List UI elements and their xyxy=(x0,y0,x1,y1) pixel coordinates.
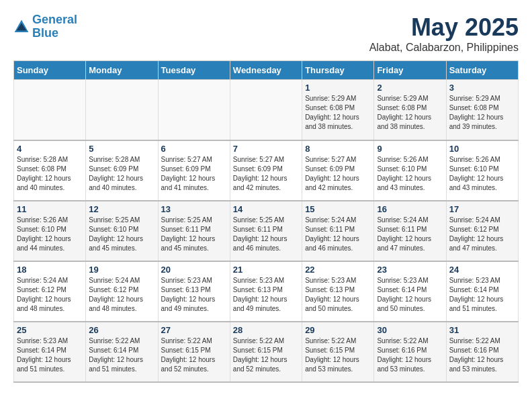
week-row-1: 4Sunrise: 5:28 AM Sunset: 6:08 PM Daylig… xyxy=(14,140,519,201)
cell-info: Sunrise: 5:28 AM Sunset: 6:08 PM Dayligh… xyxy=(17,155,83,193)
cell-info: Sunrise: 5:25 AM Sunset: 6:11 PM Dayligh… xyxy=(233,216,299,253)
cell-info: Sunrise: 5:23 AM Sunset: 6:13 PM Dayligh… xyxy=(161,276,227,314)
cell-info: Sunrise: 5:23 AM Sunset: 6:13 PM Dayligh… xyxy=(233,276,299,314)
day-number: 19 xyxy=(89,265,154,275)
cell-info: Sunrise: 5:23 AM Sunset: 6:14 PM Dayligh… xyxy=(449,276,515,314)
calendar-cell: 3Sunrise: 5:29 AM Sunset: 6:08 PM Daylig… xyxy=(446,80,518,140)
calendar-cell: 21Sunrise: 5:23 AM Sunset: 6:13 PM Dayli… xyxy=(230,261,302,322)
calendar-cell: 14Sunrise: 5:25 AM Sunset: 6:11 PM Dayli… xyxy=(230,201,302,261)
calendar-cell xyxy=(158,80,230,140)
cell-info: Sunrise: 5:23 AM Sunset: 6:14 PM Dayligh… xyxy=(17,336,83,374)
logo: GeneralBlue xyxy=(13,13,77,40)
title-block: May 2025 Alabat, Calabarzon, Philippines xyxy=(369,13,519,54)
cell-info: Sunrise: 5:28 AM Sunset: 6:09 PM Dayligh… xyxy=(89,155,154,193)
cell-info: Sunrise: 5:24 AM Sunset: 6:11 PM Dayligh… xyxy=(305,216,371,253)
cell-info: Sunrise: 5:24 AM Sunset: 6:12 PM Dayligh… xyxy=(89,276,154,314)
day-number: 24 xyxy=(449,265,515,275)
week-row-2: 11Sunrise: 5:26 AM Sunset: 6:10 PM Dayli… xyxy=(14,201,519,261)
calendar-cell xyxy=(86,80,158,140)
calendar-cell: 1Sunrise: 5:29 AM Sunset: 6:08 PM Daylig… xyxy=(302,80,374,140)
day-number: 16 xyxy=(377,204,443,214)
calendar-cell: 15Sunrise: 5:24 AM Sunset: 6:11 PM Dayli… xyxy=(302,201,374,261)
cell-info: Sunrise: 5:22 AM Sunset: 6:16 PM Dayligh… xyxy=(377,336,443,374)
day-number: 20 xyxy=(161,265,227,275)
cell-info: Sunrise: 5:26 AM Sunset: 6:10 PM Dayligh… xyxy=(17,216,83,253)
calendar-table: SundayMondayTuesdayWednesdayThursdayFrid… xyxy=(13,60,519,383)
cell-info: Sunrise: 5:29 AM Sunset: 6:08 PM Dayligh… xyxy=(449,94,515,132)
day-number: 7 xyxy=(233,144,299,154)
day-number: 21 xyxy=(233,265,299,275)
calendar-cell: 7Sunrise: 5:27 AM Sunset: 6:09 PM Daylig… xyxy=(230,140,302,201)
week-row-0: 1Sunrise: 5:29 AM Sunset: 6:08 PM Daylig… xyxy=(14,80,519,140)
day-number: 14 xyxy=(233,204,299,214)
day-number: 30 xyxy=(377,325,443,335)
day-number: 17 xyxy=(449,204,515,214)
cell-info: Sunrise: 5:29 AM Sunset: 6:08 PM Dayligh… xyxy=(377,94,443,132)
calendar-cell: 6Sunrise: 5:27 AM Sunset: 6:09 PM Daylig… xyxy=(158,140,230,201)
day-number: 5 xyxy=(89,144,154,154)
calendar-cell: 20Sunrise: 5:23 AM Sunset: 6:13 PM Dayli… xyxy=(158,261,230,322)
week-row-4: 25Sunrise: 5:23 AM Sunset: 6:14 PM Dayli… xyxy=(14,322,519,382)
day-number: 22 xyxy=(305,265,371,275)
day-number: 26 xyxy=(89,325,154,335)
logo-icon xyxy=(13,19,30,35)
week-row-3: 18Sunrise: 5:24 AM Sunset: 6:12 PM Dayli… xyxy=(14,261,519,322)
calendar-cell: 5Sunrise: 5:28 AM Sunset: 6:09 PM Daylig… xyxy=(86,140,158,201)
day-number: 28 xyxy=(233,325,299,335)
calendar-cell: 27Sunrise: 5:22 AM Sunset: 6:15 PM Dayli… xyxy=(158,322,230,382)
cell-info: Sunrise: 5:24 AM Sunset: 6:12 PM Dayligh… xyxy=(17,276,83,314)
calendar-cell: 12Sunrise: 5:25 AM Sunset: 6:10 PM Dayli… xyxy=(86,201,158,261)
cell-info: Sunrise: 5:26 AM Sunset: 6:10 PM Dayligh… xyxy=(449,155,515,193)
cell-info: Sunrise: 5:29 AM Sunset: 6:08 PM Dayligh… xyxy=(305,94,371,132)
day-number: 31 xyxy=(449,325,515,335)
calendar-cell: 4Sunrise: 5:28 AM Sunset: 6:08 PM Daylig… xyxy=(14,140,86,201)
calendar-cell: 8Sunrise: 5:27 AM Sunset: 6:09 PM Daylig… xyxy=(302,140,374,201)
calendar-cell: 10Sunrise: 5:26 AM Sunset: 6:10 PM Dayli… xyxy=(446,140,518,201)
cell-info: Sunrise: 5:27 AM Sunset: 6:09 PM Dayligh… xyxy=(161,155,227,193)
cell-info: Sunrise: 5:27 AM Sunset: 6:09 PM Dayligh… xyxy=(233,155,299,193)
calendar-cell: 29Sunrise: 5:22 AM Sunset: 6:15 PM Dayli… xyxy=(302,322,374,382)
day-number: 15 xyxy=(305,204,371,214)
day-number: 25 xyxy=(17,325,83,335)
weekday-header-wednesday: Wednesday xyxy=(230,61,302,80)
cell-info: Sunrise: 5:23 AM Sunset: 6:14 PM Dayligh… xyxy=(377,276,443,314)
weekday-header-saturday: Saturday xyxy=(446,61,518,80)
logo-text: GeneralBlue xyxy=(32,13,77,40)
cell-info: Sunrise: 5:22 AM Sunset: 6:15 PM Dayligh… xyxy=(305,336,371,374)
calendar-cell: 18Sunrise: 5:24 AM Sunset: 6:12 PM Dayli… xyxy=(14,261,86,322)
weekday-header-row: SundayMondayTuesdayWednesdayThursdayFrid… xyxy=(14,61,519,80)
day-number: 11 xyxy=(17,204,83,214)
calendar-cell: 28Sunrise: 5:22 AM Sunset: 6:15 PM Dayli… xyxy=(230,322,302,382)
calendar-cell: 19Sunrise: 5:24 AM Sunset: 6:12 PM Dayli… xyxy=(86,261,158,322)
weekday-header-tuesday: Tuesday xyxy=(158,61,230,80)
day-number: 1 xyxy=(305,83,371,93)
cell-info: Sunrise: 5:25 AM Sunset: 6:11 PM Dayligh… xyxy=(161,216,227,253)
calendar-cell: 24Sunrise: 5:23 AM Sunset: 6:14 PM Dayli… xyxy=(446,261,518,322)
day-number: 6 xyxy=(161,144,227,154)
day-number: 23 xyxy=(377,265,443,275)
calendar-cell: 16Sunrise: 5:24 AM Sunset: 6:11 PM Dayli… xyxy=(374,201,446,261)
cell-info: Sunrise: 5:22 AM Sunset: 6:15 PM Dayligh… xyxy=(233,336,299,374)
day-number: 3 xyxy=(449,83,515,93)
cell-info: Sunrise: 5:22 AM Sunset: 6:15 PM Dayligh… xyxy=(161,336,227,374)
day-number: 12 xyxy=(89,204,154,214)
calendar-cell: 23Sunrise: 5:23 AM Sunset: 6:14 PM Dayli… xyxy=(374,261,446,322)
calendar-cell: 31Sunrise: 5:22 AM Sunset: 6:16 PM Dayli… xyxy=(446,322,518,382)
day-number: 27 xyxy=(161,325,227,335)
weekday-header-sunday: Sunday xyxy=(14,61,86,80)
page-header: GeneralBlue May 2025 Alabat, Calabarzon,… xyxy=(13,13,519,54)
cell-info: Sunrise: 5:26 AM Sunset: 6:10 PM Dayligh… xyxy=(377,155,443,193)
calendar-cell: 25Sunrise: 5:23 AM Sunset: 6:14 PM Dayli… xyxy=(14,322,86,382)
day-number: 13 xyxy=(161,204,227,214)
weekday-header-thursday: Thursday xyxy=(302,61,374,80)
day-number: 2 xyxy=(377,83,443,93)
cell-info: Sunrise: 5:25 AM Sunset: 6:10 PM Dayligh… xyxy=(89,216,154,253)
calendar-cell: 2Sunrise: 5:29 AM Sunset: 6:08 PM Daylig… xyxy=(374,80,446,140)
weekday-header-friday: Friday xyxy=(374,61,446,80)
calendar-cell: 17Sunrise: 5:24 AM Sunset: 6:12 PM Dayli… xyxy=(446,201,518,261)
day-number: 29 xyxy=(305,325,371,335)
day-number: 9 xyxy=(377,144,443,154)
calendar-cell: 11Sunrise: 5:26 AM Sunset: 6:10 PM Dayli… xyxy=(14,201,86,261)
calendar-cell xyxy=(230,80,302,140)
calendar-cell: 9Sunrise: 5:26 AM Sunset: 6:10 PM Daylig… xyxy=(374,140,446,201)
